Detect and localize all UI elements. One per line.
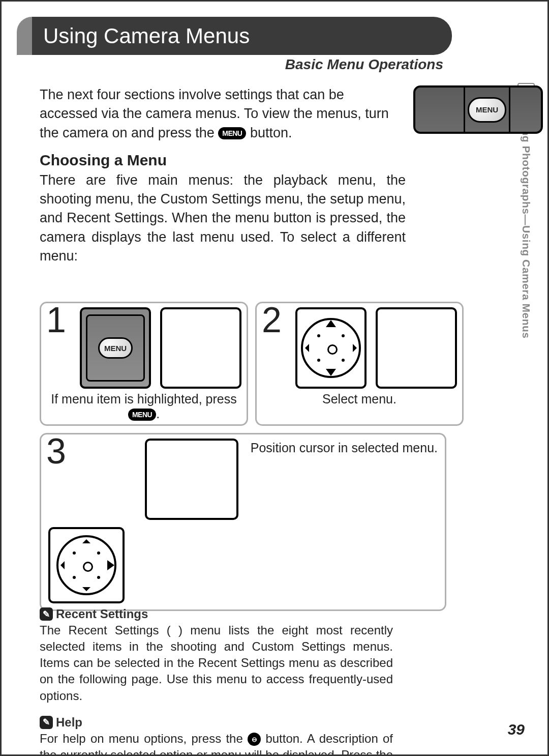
step-3-number: 3 [46,435,71,468]
camera-back-illustration: MENU [413,85,543,134]
note-icon: ✎ [40,716,53,729]
intro-paragraph: The next four sections involve settings … [40,85,406,142]
step-1-number: 1 [46,304,71,336]
step-2-caption: Select menu. [262,392,457,406]
help-body: For help on menu options, press the ⊖ bu… [40,731,393,756]
side-tab: Taking Photographs—Using Camera Menus [517,83,535,439]
choosing-menu-heading: Choosing a Menu [40,152,406,169]
lock-key-icon: ⊖ [248,733,261,746]
step-1-caption: If menu item is highlighted, press MENU. [46,392,241,421]
help-heading: ✎ Help [40,715,393,730]
step-2-number: 2 [262,304,286,336]
recent-settings-body: The Recent Settings ( ) menu lists the e… [40,622,393,704]
intro-text-b: button. [250,125,292,140]
step-1-screen-illustration [160,307,241,389]
page-header: Using Camera Menus [17,17,452,55]
notes-section: ✎ Recent Settings The Recent Settings ( … [40,607,393,756]
steps-container: 1 MENU If menu item is highlighted, pres… [40,302,446,611]
menu-pill-icon: MENU [218,127,246,139]
multi-selector-icon [56,535,116,595]
step-2: 2 Select menu. [255,302,464,426]
step-2-selector-illustration [295,307,367,389]
main-text-column: The next four sections involve settings … [40,85,406,274]
menu-button-icon: MENU [468,97,506,123]
menu-button-icon: MENU [98,337,133,359]
page-number: 39 [508,721,525,738]
step-3-screen-illustration [145,439,238,520]
step-3-caption: Position cursor in selected menu. [248,439,440,455]
page-title: Using Camera Menus [32,17,452,55]
intro-text-a: The next four sections involve settings … [40,87,389,140]
step-3: 3 Position cursor in selected menu. [40,433,446,611]
step-1-camera-illustration: MENU [80,307,151,389]
page-subtitle: Basic Menu Operations [285,56,443,73]
multi-selector-icon [301,318,361,378]
menu-pill-icon: MENU [128,409,156,421]
note-icon: ✎ [40,607,53,621]
header-accent [17,17,32,55]
step-1: 1 MENU If menu item is highlighted, pres… [40,302,248,426]
side-tab-label: Taking Photographs—Using Camera Menus [520,107,532,339]
step-2-screen-illustration [376,307,457,389]
recent-settings-heading: ✎ Recent Settings [40,607,393,621]
step-3-selector-illustration [48,527,125,603]
choosing-menu-body: There are five main menus: the playback … [40,171,406,266]
